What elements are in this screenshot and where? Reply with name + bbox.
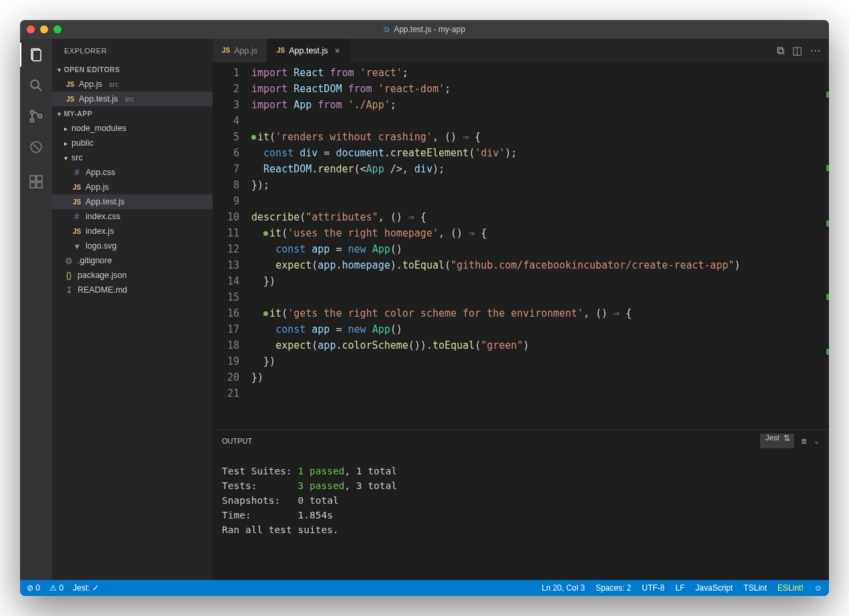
file-item[interactable]: JSApp.test.js [52,194,213,209]
open-editor-item[interactable]: JSApp.test.jssrc [52,92,213,106]
test-pass-icon [251,135,256,140]
split-editor-icon[interactable]: ◫ [792,44,802,57]
file-item[interactable]: JSApp.js [52,180,213,194]
file-name: index.css [86,212,120,221]
panel-title[interactable]: OUTPUT [222,437,252,445]
traffic-lights [27,25,62,33]
editor-tab[interactable]: JSApp.test.js× [267,39,350,62]
git-file-icon: ⚙ [64,256,74,266]
activity-bar [20,39,52,580]
clear-output-icon[interactable]: ≣ [801,437,807,446]
chevron-icon: ▸ [64,140,68,147]
project-header[interactable]: ▾ MY-APP [52,106,213,121]
file-path-hint: src [124,95,134,103]
window: ⧉ App.test.js - my-app EXPLORER [20,20,829,596]
folder-item[interactable]: ▾ src [52,150,213,165]
line-gutter: 123456789101112131415161718192021 [213,62,251,430]
folder-item[interactable]: ▸ public [52,136,213,150]
js-file-icon: JS [222,47,230,54]
js-file-icon: JS [72,198,82,206]
status-bar: ⊘ 0 ⚠ 0 Jest: ✓ Ln 20, Col 3 Spaces: 2 U… [20,580,829,596]
open-editor-item[interactable]: JSApp.jssrc [52,77,213,92]
status-warnings[interactable]: ⚠ 0 [49,583,64,593]
file-item[interactable]: #index.css [52,209,213,224]
file-item[interactable]: ▾logo.svg [52,239,213,253]
chevron-icon: ▸ [64,125,68,132]
editor-tab[interactable]: JSApp.js [213,39,267,62]
svg-line-3 [38,88,41,91]
maximize-window-button[interactable] [53,25,62,33]
status-jest[interactable]: Jest: ✓ [73,583,99,593]
status-encoding[interactable]: UTF-8 [642,583,664,593]
svg-rect-8 [30,176,35,181]
titlebar: ⧉ App.test.js - my-app [20,20,829,39]
search-icon[interactable] [27,76,45,95]
explorer-icon[interactable] [27,45,45,64]
status-errors[interactable]: ⊘ 0 [27,583,40,593]
file-name: logo.svg [86,241,117,251]
more-icon[interactable]: ⋯ [810,44,821,57]
editor-actions: ⧉ ◫ ⋯ [777,39,829,62]
file-item[interactable]: {}package.json [52,268,213,283]
json-file-icon: {} [64,271,74,280]
chevron-down-icon: ▾ [57,66,61,73]
chevron-down-icon: ▾ [57,110,61,118]
file-name: App.test.js [86,197,124,206]
status-eol[interactable]: LF [675,583,685,593]
minimize-window-button[interactable] [40,25,48,33]
compare-icon[interactable]: ⧉ [777,45,784,57]
chevron-icon: ▾ [64,154,68,162]
test-pass-icon [263,311,268,316]
folder-name: src [72,153,83,162]
folder-name: public [72,138,94,148]
status-tslint[interactable]: TSLint [743,583,767,593]
tab-label: App.js [234,46,257,55]
file-name: package.json [78,271,127,280]
warning-icon: ⚠ [49,583,57,593]
close-tab-icon[interactable]: × [335,45,340,56]
status-eslint[interactable]: ESLint! [777,583,804,593]
vscode-icon: ⧉ [384,25,390,34]
js-file-icon: JS [72,228,82,235]
source-control-icon[interactable] [27,107,45,126]
open-editors-header[interactable]: ▾ OPEN EDITORS [52,62,213,77]
js-file-icon: JS [72,184,82,191]
file-path-hint: src [109,80,119,88]
output-channel-select[interactable]: Jest⇅ [760,434,794,448]
editor-tabs: JSApp.jsJSApp.test.js× ⧉ ◫ ⋯ [213,39,829,62]
folder-item[interactable]: ▸ node_modules [52,121,213,136]
css-file-icon: # [72,212,82,221]
file-name: App.js [86,182,109,192]
js-file-icon: JS [277,47,285,54]
panel-toggle-icon[interactable]: ⌄ [814,437,820,446]
tab-label: App.test.js [289,46,328,55]
debug-icon[interactable] [27,138,45,156]
error-icon: ⊘ [27,583,33,593]
svg-point-6 [39,115,42,118]
status-spaces[interactable]: Spaces: 2 [596,583,631,593]
sidebar-title: EXPLORER [52,39,213,62]
extensions-icon[interactable] [27,172,45,191]
file-item[interactable]: ↧README.md [52,283,213,297]
file-item[interactable]: #App.css [52,165,213,180]
svg-rect-9 [37,176,42,181]
test-pass-icon [263,231,268,236]
svg-file-icon: ▾ [72,241,82,251]
file-name: App.css [86,168,115,177]
svg-rect-10 [30,182,35,188]
status-cursor[interactable]: Ln 20, Col 3 [541,583,585,593]
feedback-icon[interactable]: ☺ [814,583,822,593]
minimap[interactable] [822,62,829,430]
window-title: ⧉ App.test.js - my-app [384,25,465,34]
status-language[interactable]: JavaScript [695,583,733,593]
close-window-button[interactable] [27,25,35,33]
file-item[interactable]: JSindex.js [52,224,213,239]
code-editor[interactable]: 123456789101112131415161718192021 import… [213,62,829,430]
js-file-icon: JS [66,96,75,103]
svg-point-5 [31,119,34,122]
output-content[interactable]: Test Suites: 1 passed, 1 totalTests: 3 p… [213,452,829,580]
code-content[interactable]: import React from 'react';import ReactDO… [251,62,829,430]
file-item[interactable]: ⚙.gitignore [52,253,213,268]
js-file-icon: JS [66,81,75,88]
markdown-file-icon: ↧ [64,285,74,295]
